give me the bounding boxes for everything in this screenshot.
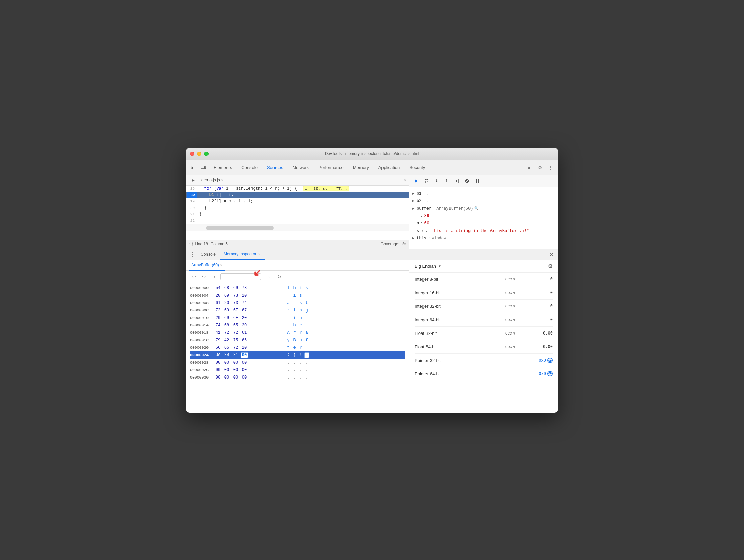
tab-sources[interactable]: Sources: [262, 160, 288, 175]
pause-on-exceptions-btn[interactable]: [473, 177, 482, 186]
status-bar: {} Line 18, Column 5 Coverage: n/a: [186, 240, 409, 249]
tab-console-bottom[interactable]: Console: [197, 249, 220, 260]
hex-prev-btn[interactable]: ‹: [210, 273, 218, 281]
devtools-window: DevTools - memory-inspector.glitch.me/de…: [186, 148, 558, 413]
expand-this-icon[interactable]: ▶: [412, 235, 417, 241]
expand-b1-icon[interactable]: ▶: [412, 191, 417, 197]
ptr32-navigate-icon[interactable]: [547, 358, 553, 363]
expand-buffer-icon[interactable]: ▶: [412, 206, 417, 212]
minimize-button[interactable]: [197, 152, 201, 156]
settings-icon-btn[interactable]: ⚙: [535, 163, 545, 172]
step-btn[interactable]: [453, 177, 461, 186]
arraybuffer-tabs: ArrayBuffer(60) ×: [186, 260, 409, 271]
expand-b2-icon[interactable]: ▶: [412, 198, 417, 204]
cursor-position: Line 18, Column 5: [195, 242, 227, 246]
hex-row-10: 00000028 00 00 00 00 . . . .: [190, 359, 405, 366]
arraybuffer-tab[interactable]: ArrayBuffer(60) ×: [189, 260, 225, 271]
resume-btn[interactable]: [412, 177, 421, 186]
hex-row-1: 00000004 20 69 73 20 i s: [190, 292, 405, 299]
close-panel-btn[interactable]: ✕: [547, 250, 555, 258]
tab-network[interactable]: Network: [288, 160, 314, 175]
hex-row-0: 00000000 54 68 69 73 T h i s: [190, 284, 405, 292]
code-line-17: 18 b1[i] = i;: [186, 192, 409, 198]
value-row-float32: Float 32-bit dec ▼ 0.00: [415, 327, 553, 340]
endian-label: Big Endian: [415, 264, 436, 269]
hex-refresh-btn[interactable]: ↻: [275, 273, 283, 281]
endian-selector[interactable]: Big Endian ▼: [415, 264, 441, 269]
value-toolbar: Big Endian ▼ ⚙: [409, 260, 558, 273]
top-section: ▶ demo-js.js × ⇥ 16 for (var i = str.len…: [186, 175, 558, 249]
source-expand-icon[interactable]: ▶: [189, 175, 198, 185]
hex-row-3: 0000000C 72 69 6E 67 r i n g: [190, 307, 405, 314]
code-line-18: 19 b2[i] = n - i - 1;: [186, 198, 409, 205]
devtools-menu-btn[interactable]: ⋮: [546, 163, 555, 172]
scope-var-i: i : 39: [412, 212, 555, 220]
source-tab-close[interactable]: ×: [221, 178, 223, 182]
int16-format-select[interactable]: dec ▼: [505, 290, 526, 295]
panel-menu-btn[interactable]: ⋮: [189, 250, 197, 258]
int32-format-select[interactable]: dec ▼: [505, 304, 526, 308]
value-row-int32: Integer 32-bit dec ▼ 0: [415, 300, 553, 313]
coverage-info: Coverage: n/a: [381, 242, 406, 246]
hex-back-btn[interactable]: ↩: [190, 273, 198, 281]
more-tabs-btn[interactable]: »: [524, 163, 534, 172]
hex-row-8: 00000020 66 65 72 20 f e r: [190, 344, 405, 351]
hex-next-btn[interactable]: ›: [265, 273, 273, 281]
svg-rect-13: [476, 179, 477, 183]
title-bar: DevTools - memory-inspector.glitch.me/de…: [186, 148, 558, 160]
cursor-icon-btn[interactable]: [189, 163, 198, 172]
tab-application[interactable]: Application: [374, 160, 405, 175]
arraybuffer-close[interactable]: ×: [220, 263, 222, 267]
step-over-btn[interactable]: [422, 177, 431, 186]
float32-format-select[interactable]: dec ▼: [505, 331, 526, 336]
tab-security[interactable]: Security: [404, 160, 430, 175]
step-out-btn[interactable]: [442, 177, 451, 186]
scope-var-n: n : 60: [412, 220, 555, 227]
svg-rect-14: [478, 179, 479, 183]
tab-console[interactable]: Console: [237, 160, 262, 175]
scrollbar-thumb[interactable]: [206, 226, 274, 230]
endian-dropdown-icon: ▼: [438, 264, 441, 268]
hex-panel: ArrayBuffer(60) × ↩ ↪ ‹ 0x00000027 ➜ › ↻: [186, 260, 409, 413]
value-row-int16: Integer 16-bit dec ▼ 0: [415, 286, 553, 300]
curly-braces-icon: {}: [189, 242, 193, 246]
value-row-float64: Float 64-bit dec ▼ 0.00: [415, 340, 553, 354]
int64-format-select[interactable]: dec ▼: [505, 317, 526, 322]
status-left: {} Line 18, Column 5: [189, 242, 228, 246]
float64-format-select[interactable]: dec ▼: [505, 344, 526, 349]
device-toggle-btn[interactable]: [199, 163, 208, 172]
step-into-btn[interactable]: [432, 177, 441, 186]
code-line-21: 22: [186, 218, 409, 224]
memory-inspector-close[interactable]: ×: [258, 252, 260, 256]
int8-format-select[interactable]: dec ▼: [505, 277, 526, 281]
bottom-tabs: ⋮ Console Memory Inspector × ✕: [186, 249, 558, 260]
editor-scrollbar[interactable]: [186, 224, 409, 231]
tab-memory-inspector[interactable]: Memory Inspector ×: [220, 249, 264, 260]
source-filename: demo-js.js: [201, 178, 220, 182]
ptr32-link[interactable]: 0x0: [539, 358, 553, 363]
scope-var-this: ▶ this : Window: [412, 235, 555, 242]
tab-elements[interactable]: Elements: [209, 160, 237, 175]
deactivate-breakpoints-btn[interactable]: [463, 177, 472, 186]
scope-toolbar: [409, 175, 558, 187]
scope-var-b2: ▶ b2 : …: [412, 197, 555, 205]
hex-row-5: 00000014 74 68 65 20 t h e: [190, 322, 405, 329]
svg-rect-0: [201, 166, 204, 169]
tab-memory[interactable]: Memory: [348, 160, 374, 175]
ptr64-link[interactable]: 0x0: [539, 371, 553, 376]
close-button[interactable]: [190, 152, 194, 156]
svg-line-12: [466, 180, 468, 182]
svg-marker-9: [456, 179, 458, 183]
value-settings-btn[interactable]: ⚙: [548, 263, 553, 270]
source-file-tab[interactable]: demo-js.js ×: [199, 175, 226, 185]
hex-row-9: 00000024 3A 29 21 00 : ) ! .: [190, 351, 405, 359]
source-more-btn[interactable]: ⇥: [403, 178, 406, 182]
maximize-button[interactable]: [204, 152, 209, 156]
float64-format-arrow: ▼: [512, 345, 516, 349]
int64-format-arrow: ▼: [512, 318, 516, 322]
hex-forward-btn[interactable]: ↪: [200, 273, 208, 281]
tab-performance[interactable]: Performance: [313, 160, 348, 175]
memory-icon[interactable]: 🔍: [474, 206, 478, 212]
ptr64-navigate-icon[interactable]: [547, 371, 553, 376]
bottom-section: ⋮ Console Memory Inspector × ✕ ArrayBuff…: [186, 249, 558, 413]
